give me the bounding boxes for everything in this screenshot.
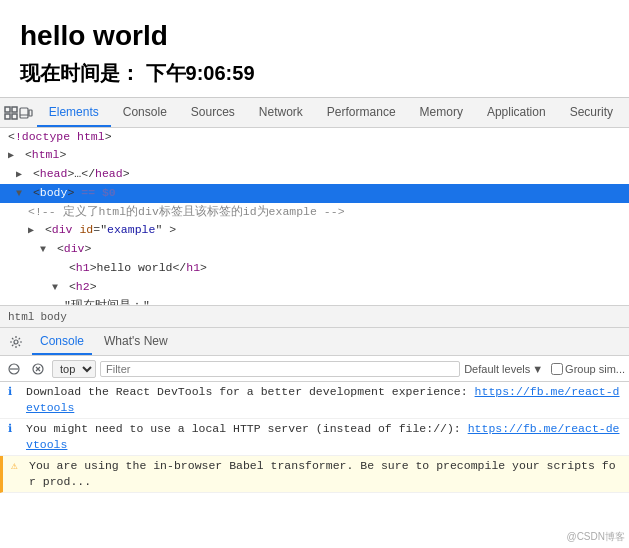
subtitle-time: 下午9:06:59	[146, 62, 255, 84]
dom-line-head: ▶ <head>…</head>	[0, 165, 629, 184]
console-filter-bar: top Default levels ▼ Group sim...	[0, 356, 629, 382]
console-toolbar: Console What's New	[0, 328, 629, 356]
dom-line-text1: "现在时间是："	[0, 297, 629, 305]
dom-line-div-inner: ▼ <div>	[0, 240, 629, 259]
svg-rect-5	[29, 110, 32, 116]
console-context-select[interactable]: top	[52, 360, 96, 378]
watermark: @CSDN博客	[567, 530, 626, 544]
dom-breadcrumb: html body	[0, 305, 629, 327]
console-msg-text-3: You are using the in-browser Babel trans…	[29, 458, 621, 490]
svg-rect-2	[5, 114, 10, 119]
dom-line-div-example: ▶ <div id="example" >	[0, 221, 629, 240]
console-msg-3: ⚠ You are using the in-browser Babel tra…	[0, 456, 629, 493]
inspect-icon[interactable]	[4, 101, 18, 125]
dom-line-h2: ▼ <h2>	[0, 278, 629, 297]
dom-line-html: ▶ <html>	[0, 146, 629, 165]
page-content: hello world 现在时间是： 下午9:06:59	[0, 0, 629, 97]
tab-console[interactable]: Console	[111, 98, 179, 127]
subtitle-prefix: 现在时间是：	[20, 62, 140, 84]
dom-line-comment: <!-- 定义了html的div标签且该标签的id为example -->	[0, 203, 629, 221]
svg-point-7	[14, 340, 18, 344]
chevron-down-icon: ▼	[532, 363, 543, 375]
console-default-levels: Default levels ▼	[464, 363, 543, 375]
info-icon-2: ℹ	[8, 421, 22, 437]
console-filter-input[interactable]	[100, 361, 460, 377]
tab-security[interactable]: Security	[558, 98, 625, 127]
svg-rect-1	[12, 107, 17, 112]
info-icon-1: ℹ	[8, 384, 22, 400]
console-messages: ℹ Download the React DevTools for a bett…	[0, 382, 629, 507]
tab-sources[interactable]: Sources	[179, 98, 247, 127]
device-icon[interactable]	[18, 101, 32, 125]
warning-icon: ⚠	[11, 458, 25, 474]
elements-panel[interactable]: <!doctype html> ▶ <html> ▶ <head>…</head…	[0, 128, 629, 305]
console-settings-icon[interactable]	[4, 330, 28, 354]
dom-line-h1: ▶ <h1>hello world</h1>	[0, 259, 629, 278]
devtools-tabs: Elements Console Sources Network Perform…	[37, 98, 625, 127]
page-subtitle: 现在时间是： 下午9:06:59	[20, 60, 609, 87]
group-similar-checkbox[interactable]	[551, 363, 563, 375]
console-msg-2: ℹ You might need to use a local HTTP ser…	[0, 419, 629, 456]
tag-bracket: <	[8, 130, 15, 143]
tab-network[interactable]: Network	[247, 98, 315, 127]
breadcrumb-body[interactable]: body	[40, 311, 66, 323]
tab-memory[interactable]: Memory	[408, 98, 475, 127]
console-msg-1: ℹ Download the React DevTools for a bett…	[0, 382, 629, 419]
dom-line-doctype: <!doctype html>	[0, 128, 629, 146]
breadcrumb-html[interactable]: html	[8, 311, 34, 323]
console-section: Console What's New top	[0, 327, 629, 507]
devtools-panel: Elements Console Sources Network Perform…	[0, 97, 629, 507]
console-stop-icon[interactable]	[4, 359, 24, 379]
dom-line-body[interactable]: ▼ <body> == $0	[0, 184, 629, 203]
tab-console-bottom[interactable]: Console	[32, 328, 92, 355]
tab-elements[interactable]: Elements	[37, 98, 111, 127]
console-msg-text-1: Download the React DevTools for a better…	[26, 384, 621, 416]
tab-whatsnew[interactable]: What's New	[96, 328, 176, 355]
svg-rect-3	[12, 114, 17, 119]
svg-rect-0	[5, 107, 10, 112]
group-similar-label[interactable]: Group sim...	[551, 363, 625, 375]
tab-application[interactable]: Application	[475, 98, 558, 127]
devtools-toolbar: Elements Console Sources Network Perform…	[0, 98, 629, 128]
svg-rect-4	[20, 108, 28, 118]
page-title: hello world	[20, 20, 609, 52]
tab-performance[interactable]: Performance	[315, 98, 408, 127]
console-msg-text-2: You might need to use a local HTTP serve…	[26, 421, 621, 453]
console-clear-icon[interactable]	[28, 359, 48, 379]
